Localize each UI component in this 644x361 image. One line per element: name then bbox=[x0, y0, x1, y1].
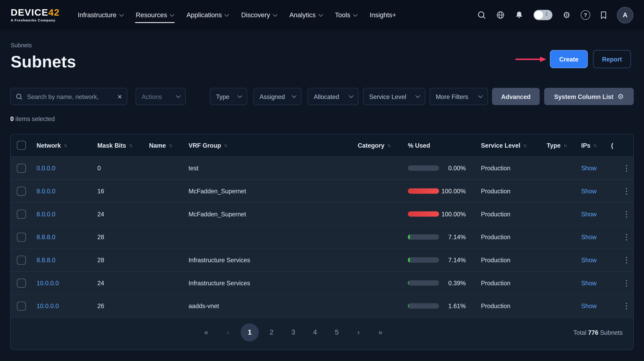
breadcrumb[interactable]: Subnets bbox=[11, 42, 633, 48]
main-nav: Infrastructure Resources Applications Di… bbox=[78, 0, 396, 30]
report-button[interactable]: Report bbox=[593, 50, 631, 68]
network-link[interactable]: 8.8.8.0 bbox=[36, 256, 55, 263]
brand-logo[interactable]: DEVICE42 A Freshworks Company bbox=[11, 8, 60, 22]
page-button-5[interactable]: 5 bbox=[328, 323, 346, 341]
page-button-2[interactable]: 2 bbox=[262, 323, 280, 341]
row-checkbox[interactable] bbox=[17, 255, 26, 264]
row-menu-icon[interactable]: ⋮ bbox=[621, 301, 632, 311]
allocated-filter-dropdown[interactable]: Allocated bbox=[308, 88, 358, 105]
show-ips-link[interactable]: Show bbox=[581, 280, 597, 287]
create-button[interactable]: Create bbox=[550, 50, 588, 68]
assigned-filter-dropdown[interactable]: Assigned bbox=[254, 88, 302, 105]
column-header-percent-used[interactable]: % Used bbox=[408, 142, 481, 149]
actions-dropdown[interactable]: Actions bbox=[136, 88, 186, 105]
select-all-checkbox[interactable] bbox=[17, 141, 26, 150]
prev-page-button[interactable]: ‹ bbox=[219, 323, 237, 341]
usage-percent-label: 7.14% bbox=[439, 256, 466, 263]
row-menu-icon[interactable]: ⋮ bbox=[621, 278, 632, 288]
column-header-service-level[interactable]: Service Level↑↓ bbox=[481, 142, 547, 149]
row-checkbox[interactable] bbox=[17, 210, 26, 219]
mask-bits-cell: 24 bbox=[97, 280, 149, 287]
help-icon[interactable]: ? bbox=[581, 10, 590, 20]
network-link[interactable]: 10.0.0.0 bbox=[36, 303, 59, 310]
show-ips-link[interactable]: Show bbox=[581, 303, 597, 310]
search-icon[interactable] bbox=[478, 10, 486, 19]
page-button-4[interactable]: 4 bbox=[306, 323, 324, 341]
first-page-button[interactable]: « bbox=[197, 323, 215, 341]
service-level-cell: Production bbox=[481, 211, 547, 218]
theme-toggle[interactable]: ☾ bbox=[534, 10, 552, 20]
system-column-list-button[interactable]: System Column List ⚙ bbox=[544, 88, 634, 105]
sort-icon[interactable]: ↑↓ bbox=[169, 143, 172, 148]
table-row: 8.0.0.0 24 McFadden_Supernet 100.00% Pro… bbox=[11, 203, 633, 226]
search-box[interactable]: × bbox=[10, 88, 127, 105]
service-level-filter-dropdown[interactable]: Service Level bbox=[363, 88, 425, 105]
show-ips-link[interactable]: Show bbox=[581, 234, 597, 241]
bell-icon[interactable] bbox=[515, 10, 523, 19]
nav-discovery[interactable]: Discovery bbox=[241, 0, 277, 30]
sort-icon[interactable]: ↑↓ bbox=[593, 143, 596, 148]
column-header-vrf-group[interactable]: VRF Group↑↓ bbox=[188, 142, 358, 149]
nav-resources[interactable]: Resources bbox=[136, 0, 174, 30]
network-link[interactable]: 8.8.8.0 bbox=[36, 234, 55, 241]
sort-icon[interactable]: ↑↓ bbox=[387, 143, 390, 148]
show-ips-link[interactable]: Show bbox=[581, 188, 597, 195]
sort-icon[interactable]: ↑↓ bbox=[129, 143, 132, 148]
next-page-button[interactable]: › bbox=[350, 323, 368, 341]
show-ips-link[interactable]: Show bbox=[581, 211, 597, 218]
column-header-type[interactable]: Type↑↓ bbox=[547, 142, 581, 149]
network-link[interactable]: 8.0.0.0 bbox=[36, 211, 55, 218]
avatar[interactable]: A bbox=[617, 7, 633, 23]
nav-analytics[interactable]: Analytics bbox=[289, 0, 322, 30]
sort-icon[interactable]: ↑↓ bbox=[564, 143, 566, 148]
nav-insights[interactable]: Insights+ bbox=[370, 0, 396, 30]
show-ips-link[interactable]: Show bbox=[581, 164, 597, 171]
column-header-mask-bits[interactable]: Mask Bits↑↓ bbox=[97, 142, 149, 149]
network-link[interactable]: 0.0.0.0 bbox=[36, 164, 55, 171]
nav-infrastructure[interactable]: Infrastructure bbox=[78, 0, 123, 30]
row-menu-icon[interactable]: ⋮ bbox=[621, 163, 632, 173]
network-link[interactable]: 8.0.0.0 bbox=[36, 188, 55, 195]
row-checkbox[interactable] bbox=[17, 232, 26, 241]
row-checkbox[interactable] bbox=[17, 187, 26, 196]
usage-bar bbox=[408, 280, 439, 286]
page-button-1[interactable]: 1 bbox=[240, 323, 259, 341]
advanced-button[interactable]: Advanced bbox=[492, 88, 540, 105]
settings-gear-icon[interactable]: ⚙ bbox=[563, 10, 570, 20]
column-header-extra: ( bbox=[611, 142, 621, 149]
usage-bar bbox=[408, 211, 439, 217]
search-input[interactable] bbox=[26, 92, 114, 100]
sort-icon[interactable]: ↑↓ bbox=[523, 143, 526, 148]
percent-used-cell: 7.14% bbox=[408, 234, 481, 241]
show-ips-link[interactable]: Show bbox=[581, 256, 597, 263]
nav-applications[interactable]: Applications bbox=[186, 0, 228, 30]
column-header-category[interactable]: Category↑↓ bbox=[358, 142, 408, 149]
row-checkbox[interactable] bbox=[17, 163, 26, 172]
column-header-name[interactable]: Name↑↓ bbox=[149, 142, 189, 149]
row-menu-icon[interactable]: ⋮ bbox=[621, 255, 632, 265]
column-header-network[interactable]: Network↑↓ bbox=[36, 142, 97, 149]
percent-used-cell: 0.00% bbox=[408, 164, 481, 171]
row-checkbox[interactable] bbox=[17, 302, 26, 311]
row-checkbox[interactable] bbox=[17, 279, 26, 288]
globe-icon[interactable] bbox=[496, 10, 505, 19]
last-page-button[interactable]: » bbox=[371, 323, 389, 341]
more-filters-dropdown[interactable]: More Filters bbox=[430, 88, 488, 105]
network-link[interactable]: 10.0.0.0 bbox=[36, 280, 59, 287]
row-menu-icon[interactable]: ⋮ bbox=[621, 209, 632, 219]
mask-bits-cell: 28 bbox=[97, 234, 149, 241]
bookmark-icon[interactable] bbox=[600, 11, 607, 19]
type-filter-dropdown[interactable]: Type bbox=[210, 88, 247, 105]
clear-search-icon[interactable]: × bbox=[118, 92, 122, 100]
page-button-3[interactable]: 3 bbox=[284, 323, 302, 341]
sort-icon[interactable]: ↑↓ bbox=[224, 143, 227, 148]
nav-tools[interactable]: Tools bbox=[335, 0, 357, 30]
usage-bar bbox=[408, 165, 439, 171]
row-menu-icon[interactable]: ⋮ bbox=[621, 186, 632, 196]
sort-icon[interactable]: ↑↓ bbox=[64, 143, 66, 148]
table-row: 0.0.0.0 0 test 0.00% Production Show ⋮ bbox=[11, 157, 633, 180]
chevron-down-icon bbox=[119, 12, 124, 16]
column-header-ips[interactable]: IPs↑↓ bbox=[581, 142, 611, 149]
chevron-down-icon bbox=[353, 12, 358, 16]
row-menu-icon[interactable]: ⋮ bbox=[621, 232, 632, 242]
